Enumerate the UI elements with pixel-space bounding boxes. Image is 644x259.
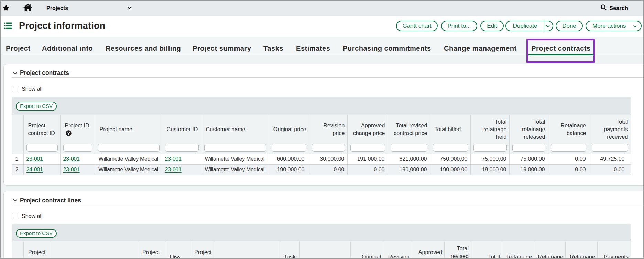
svg-text:?: ?	[67, 131, 70, 136]
